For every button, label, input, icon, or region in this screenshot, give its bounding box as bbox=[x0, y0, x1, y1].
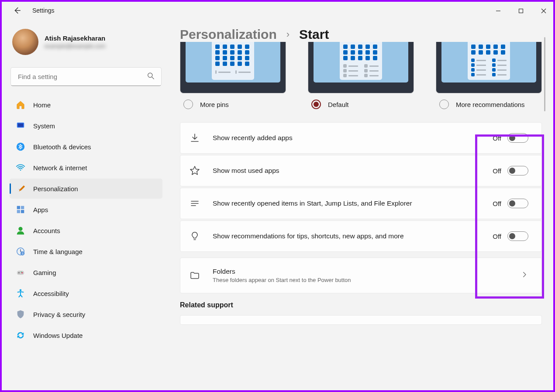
list-icon bbox=[189, 198, 200, 209]
app-title: Settings bbox=[32, 7, 55, 14]
setting-recent-items: Show recently opened items in Start, Jum… bbox=[180, 188, 542, 219]
radio-more-pins[interactable] bbox=[183, 100, 193, 109]
setting-most-used: Show most used apps Off bbox=[180, 155, 542, 186]
bulb-icon bbox=[189, 230, 200, 242]
scrollbar-thumb[interactable] bbox=[544, 37, 545, 111]
nav-home[interactable]: Home bbox=[10, 95, 162, 115]
svg-rect-1 bbox=[519, 9, 523, 13]
minimize-button[interactable] bbox=[487, 3, 510, 19]
svg-point-5 bbox=[148, 73, 152, 77]
nav-label: Accessibility bbox=[33, 290, 69, 297]
svg-point-22 bbox=[21, 272, 22, 272]
nav-label: Bluetooth & devices bbox=[33, 143, 91, 151]
nav-privacy[interactable]: Privacy & security bbox=[10, 304, 162, 324]
toggle-state: Off bbox=[493, 167, 501, 175]
brush-icon bbox=[16, 184, 25, 193]
chevron-right-icon: › bbox=[286, 29, 290, 40]
clock-icon: 文 bbox=[16, 247, 25, 256]
setting-recommendations: Show recommendations for tips, shortcuts… bbox=[180, 220, 542, 252]
layout-preview-more-pins[interactable] bbox=[180, 42, 286, 93]
setting-subtitle: These folders appear on Start next to th… bbox=[213, 277, 508, 283]
avatar bbox=[12, 29, 38, 55]
nav-apps[interactable]: Apps bbox=[10, 199, 162, 220]
layout-options: More pins bbox=[180, 42, 542, 109]
nav-system[interactable]: System bbox=[10, 116, 162, 136]
svg-rect-8 bbox=[18, 124, 24, 127]
related-support-card[interactable] bbox=[180, 315, 542, 325]
nav-network[interactable]: Network & internet bbox=[10, 158, 162, 178]
toggle-most-used[interactable] bbox=[507, 166, 528, 175]
gamepad-icon bbox=[16, 268, 25, 277]
search-icon bbox=[147, 72, 155, 81]
sidebar: Atish Rajasekharan example@example.com H… bbox=[10, 21, 167, 391]
settings-list: Show recently added apps Off Show most u… bbox=[180, 122, 542, 293]
radio-more-recommendations[interactable] bbox=[439, 100, 449, 109]
toggle-recommendations[interactable] bbox=[507, 231, 528, 241]
account-icon bbox=[16, 226, 25, 235]
nav-label: Gaming bbox=[33, 269, 56, 276]
setting-title: Show recommendations for tips, shortcuts… bbox=[213, 232, 480, 240]
chevron-right-icon bbox=[521, 271, 528, 280]
back-button[interactable] bbox=[13, 6, 22, 15]
radio-label: Default bbox=[328, 101, 349, 108]
search-input[interactable] bbox=[10, 67, 162, 86]
folder-icon bbox=[189, 270, 200, 281]
close-button[interactable] bbox=[532, 3, 555, 19]
main-content: Personalization › Start bbox=[167, 21, 546, 391]
toggle-recently-added[interactable] bbox=[507, 133, 528, 143]
svg-rect-19 bbox=[17, 271, 24, 275]
nav-update[interactable]: Windows Update bbox=[10, 325, 162, 345]
bluetooth-icon bbox=[16, 142, 25, 151]
system-icon bbox=[16, 121, 25, 131]
nav-accounts[interactable]: Accounts bbox=[10, 220, 162, 241]
nav-label: Network & internet bbox=[33, 164, 87, 172]
toggle-state: Off bbox=[493, 200, 501, 207]
svg-point-21 bbox=[21, 272, 23, 274]
setting-title: Show recently added apps bbox=[213, 134, 480, 142]
breadcrumb-parent[interactable]: Personalization bbox=[180, 27, 277, 42]
svg-rect-14 bbox=[21, 210, 24, 213]
radio-default[interactable] bbox=[311, 100, 321, 109]
svg-rect-12 bbox=[21, 206, 24, 209]
setting-title: Show recently opened items in Start, Jum… bbox=[213, 199, 480, 207]
nav-label: Home bbox=[33, 101, 51, 109]
nav-label: Accounts bbox=[33, 227, 60, 234]
nav-label: System bbox=[33, 122, 55, 130]
page-title: Start bbox=[299, 27, 329, 42]
svg-text:文: 文 bbox=[21, 252, 24, 255]
setting-recently-added: Show recently added apps Off bbox=[180, 122, 542, 154]
svg-rect-13 bbox=[17, 210, 20, 213]
update-icon bbox=[16, 330, 25, 340]
radio-label: More recommendations bbox=[456, 101, 525, 108]
nav-label: Time & language bbox=[33, 248, 83, 255]
nav-list: Home System Bluetooth & devices Network … bbox=[10, 94, 162, 346]
profile-card[interactable]: Atish Rajasekharan example@example.com bbox=[10, 21, 162, 61]
svg-line-6 bbox=[152, 77, 154, 79]
toggle-recent-items[interactable] bbox=[507, 199, 528, 208]
toggle-state: Off bbox=[493, 233, 501, 240]
svg-point-10 bbox=[20, 169, 21, 171]
titlebar: Settings bbox=[0, 0, 555, 21]
related-support-heading: Related support bbox=[180, 301, 542, 309]
svg-point-23 bbox=[20, 289, 22, 291]
nav-personalization[interactable]: Personalization bbox=[10, 179, 162, 199]
nav-accessibility[interactable]: Accessibility bbox=[10, 283, 162, 303]
star-icon bbox=[189, 165, 200, 176]
home-icon bbox=[16, 100, 25, 110]
svg-point-15 bbox=[18, 227, 22, 231]
nav-bluetooth[interactable]: Bluetooth & devices bbox=[10, 137, 162, 157]
accessibility-icon bbox=[16, 289, 25, 298]
scrollbar-track bbox=[544, 37, 545, 383]
layout-preview-more-rec[interactable] bbox=[436, 42, 542, 93]
download-icon bbox=[189, 132, 200, 144]
nav-gaming[interactable]: Gaming bbox=[10, 262, 162, 282]
nav-label: Privacy & security bbox=[33, 311, 85, 318]
folders-row[interactable]: Folders These folders appear on Start ne… bbox=[180, 258, 542, 293]
setting-title: Show most used apps bbox=[213, 167, 480, 175]
nav-time[interactable]: 文 Time & language bbox=[10, 241, 162, 261]
layout-preview-default[interactable] bbox=[308, 42, 414, 93]
nav-label: Personalization bbox=[33, 185, 78, 193]
maximize-button[interactable] bbox=[510, 3, 532, 19]
radio-label: More pins bbox=[200, 101, 229, 108]
apps-icon bbox=[16, 205, 25, 214]
